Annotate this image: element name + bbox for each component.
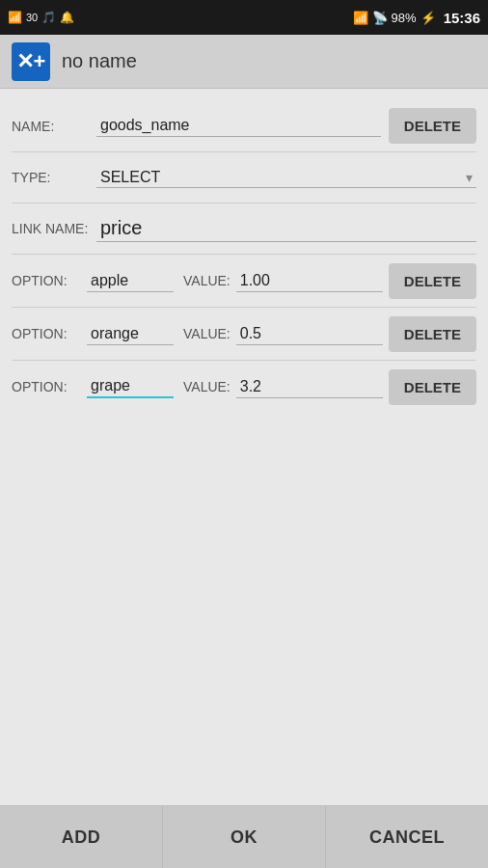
type-row: TYPE: SELECT TEXT NUMBER DATE ▾	[0, 152, 488, 203]
option-delete-button-1[interactable]: DELETE	[389, 263, 476, 299]
option-row-3: OPTION: VALUE: DELETE	[0, 361, 488, 413]
option-delete-button-3[interactable]: DELETE	[389, 369, 476, 405]
name-input[interactable]	[96, 115, 381, 137]
status-bar-right: 📶 📡 98% ⚡ 15:36	[353, 10, 480, 26]
sim-icon: 📶	[8, 11, 22, 24]
value-input-3[interactable]	[236, 376, 383, 398]
media-icon: 🎵	[41, 11, 56, 24]
add-button[interactable]: ADD	[0, 806, 163, 868]
app-logo: ✕+	[12, 42, 50, 81]
status-bar-left: 📶 30 🎵 🔔	[8, 11, 74, 24]
cancel-button[interactable]: CANCEL	[326, 806, 488, 868]
name-delete-button[interactable]: DELETE	[389, 108, 476, 144]
option-label-2: OPTION:	[12, 326, 81, 341]
status-bar: 📶 30 🎵 🔔 📶 📡 98% ⚡ 15:36	[0, 0, 488, 35]
name-row: NAME: DELETE	[0, 100, 488, 151]
option-row-2: OPTION: VALUE: DELETE	[0, 308, 488, 360]
name-label: NAME:	[12, 119, 89, 134]
type-select-wrapper: SELECT TEXT NUMBER DATE ▾	[96, 167, 476, 188]
option-label-3: OPTION:	[12, 379, 81, 394]
battery-30-icon: 30	[26, 12, 38, 23]
app-title: no name	[62, 50, 137, 72]
link-name-row: LINK NAME: price	[0, 203, 488, 254]
option-delete-button-2[interactable]: DELETE	[389, 316, 476, 352]
value-label-3: VALUE:	[183, 379, 230, 394]
status-time: 15:36	[444, 10, 480, 26]
type-label: TYPE:	[12, 170, 89, 185]
value-input-1[interactable]	[236, 270, 383, 292]
value-label-1: VALUE:	[183, 273, 230, 288]
option-row-1: OPTION: VALUE: DELETE	[0, 255, 488, 307]
battery-percent: 98%	[392, 11, 417, 25]
signal-icon: 📡	[372, 11, 388, 25]
wifi-icon: 📶	[353, 11, 368, 25]
link-name-value: price	[96, 215, 476, 242]
charging-icon: ⚡	[420, 11, 436, 25]
link-name-label: LINK NAME:	[12, 221, 89, 236]
type-select[interactable]: SELECT TEXT NUMBER DATE	[96, 167, 476, 188]
option-input-1[interactable]	[87, 270, 174, 292]
app-bar: ✕+ no name	[0, 35, 488, 89]
value-label-2: VALUE:	[183, 326, 230, 341]
option-input-3[interactable]	[87, 375, 174, 398]
value-input-2[interactable]	[236, 323, 383, 345]
notification-icon: 🔔	[60, 11, 74, 24]
main-content: NAME: DELETE TYPE: SELECT TEXT NUMBER DA…	[0, 89, 488, 805]
bottom-bar: ADD OK CANCEL	[0, 805, 488, 868]
ok-button[interactable]: OK	[163, 806, 326, 868]
empty-area	[0, 413, 488, 606]
option-label-1: OPTION:	[12, 273, 81, 288]
option-input-2[interactable]	[87, 323, 174, 345]
